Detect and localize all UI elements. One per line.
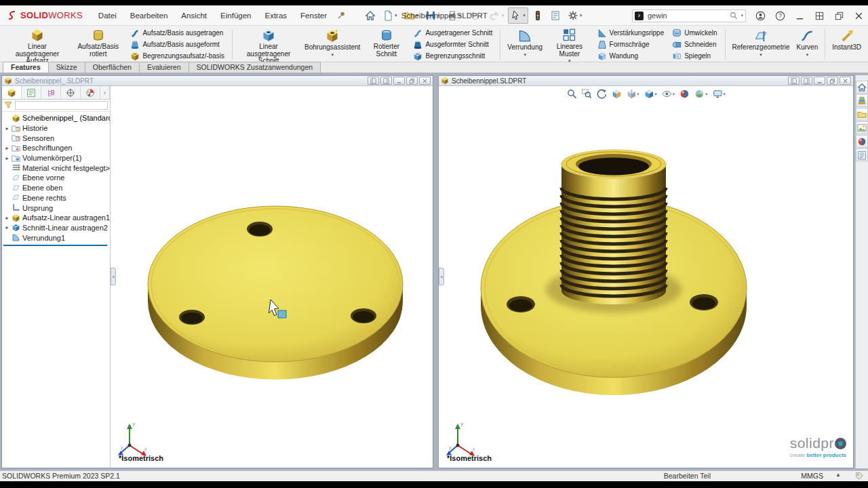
display-style-dropdown-arrow[interactable]: ▾	[655, 92, 657, 97]
hide-show-items-dropdown-arrow[interactable]: ▾	[673, 92, 675, 97]
rollback-bar[interactable]	[3, 245, 107, 246]
tree-item-ebene-oben[interactable]: Ebene oben	[3, 183, 110, 193]
redo-button[interactable]: ▾	[487, 7, 507, 24]
minimize-button[interactable]	[814, 77, 825, 85]
section-view-button[interactable]	[611, 89, 621, 99]
pane-right-button[interactable]	[380, 77, 392, 85]
tab-skizze[interactable]: Skizze	[48, 62, 85, 73]
minimize-button[interactable]	[393, 77, 405, 85]
pane-right-button[interactable]	[801, 77, 812, 85]
ribbon-button-verstarkungsrippe[interactable]: Verstärkungsrippe	[596, 28, 666, 39]
select-button[interactable]: ▾	[508, 7, 528, 24]
tree-item-material-nicht-festgelegt[interactable]: Material <nicht festgelegt>	[3, 163, 110, 173]
options-dropdown-arrow[interactable]: ▾	[580, 13, 583, 18]
ribbon-button-umwickeln[interactable]: Umwickeln	[671, 28, 718, 39]
taskpane-custom-properties-button[interactable]	[856, 148, 868, 161]
redo-dropdown-arrow[interactable]: ▾	[502, 13, 505, 18]
ribbon-button-aufsatz-basis-rotiert[interactable]: Aufsatz/Basis rotiert	[70, 27, 126, 62]
view-orientation-dropdown-arrow[interactable]: ▾	[637, 92, 639, 97]
close-button[interactable]	[854, 11, 864, 21]
view-orientation-button[interactable]: ▾	[626, 89, 639, 99]
pane-left-button[interactable]	[368, 77, 379, 85]
hide-show-items-button[interactable]: ▾	[662, 89, 675, 99]
tab-solidworks-zusatzanwendungen[interactable]: SOLIDWORKS Zusatzanwendungen	[189, 62, 321, 73]
ribbon-button-lineares-muster[interactable]: Lineares Muster▾	[546, 27, 593, 62]
ribbon-button-kurven[interactable]: Kurven▾	[793, 27, 822, 62]
dropdown-arrow[interactable]: ▾	[806, 52, 809, 58]
menu-item-ansicht[interactable]: Ansicht	[175, 9, 213, 22]
taskpane-home-button[interactable]	[856, 81, 868, 94]
tree-item-sensoren[interactable]: Sensoren	[3, 133, 110, 143]
fm-tab-propertymanager[interactable]	[22, 86, 41, 99]
apply-scene-dropdown-arrow[interactable]: ▾	[705, 92, 707, 97]
expander-icon[interactable]: ▸	[3, 224, 11, 230]
ribbon-button-instant3d[interactable]: Instant3D	[829, 27, 865, 62]
minimize-button[interactable]	[795, 11, 805, 21]
taskpane-view-palette-button[interactable]	[856, 121, 868, 134]
tree-filter[interactable]	[2, 100, 110, 112]
tree-item-ursprung[interactable]: Ursprung	[3, 203, 110, 213]
expander-icon[interactable]: ▸	[3, 215, 11, 221]
previous-view-button[interactable]	[596, 89, 606, 99]
fm-tab-displaymanager[interactable]	[81, 86, 100, 99]
options-button[interactable]: ▾	[565, 7, 585, 24]
left-model-viewport[interactable]: Y x z *Isometrisch	[111, 86, 433, 468]
featuremanager-collapse-handle[interactable]	[111, 268, 116, 285]
tree-item-scheibennippel-standard-standar[interactable]: Scheibennippel_ (Standard) <<Standar	[3, 113, 110, 123]
dropdown-arrow[interactable]: ▾	[760, 52, 762, 58]
ribbon-button-schneiden[interactable]: Schneiden	[671, 39, 718, 50]
ribbon-button-referenzgeometrie[interactable]: Referenzgeometrie▾	[729, 27, 793, 62]
tree-item-historie[interactable]: ▸Historie	[3, 123, 110, 134]
search-icon[interactable]	[730, 12, 738, 20]
ribbon-button-begrenzungsaufsatz-basis[interactable]: Begrenzungsaufsatz/-basis	[129, 51, 226, 62]
close-button[interactable]	[419, 77, 431, 85]
tab-features[interactable]: Features	[3, 62, 49, 73]
ribbon-button-spiegeln[interactable]: Spiegeln	[671, 51, 718, 62]
expander-icon[interactable]: ▸	[3, 145, 11, 151]
zoom-to-fit-button[interactable]	[566, 89, 576, 99]
view-settings-dropdown-arrow[interactable]: ▾	[723, 92, 725, 97]
expander-icon[interactable]: ▸	[3, 125, 11, 131]
taskpane-file-explorer-button[interactable]	[856, 108, 868, 121]
taskpane-appearances-button[interactable]	[856, 135, 868, 148]
ribbon-button-bohrungsassistent[interactable]: Bohrungsassistent▾	[301, 27, 363, 62]
ribbon-button-aufsatz-basis-ausgetragen[interactable]: Aufsatz/Basis ausgetragen	[129, 28, 226, 39]
taskpane-design-library-button[interactable]	[856, 94, 868, 107]
edit-appearance-button[interactable]	[679, 89, 690, 99]
search-dropdown-arrow[interactable]: ▾	[741, 13, 743, 18]
search-input[interactable]	[646, 11, 727, 20]
ribbon-button-verrundung[interactable]: Verrundung▾	[504, 27, 546, 62]
menu-item-bearbeiten[interactable]: Bearbeiten	[124, 9, 174, 22]
ribbon-button-ausgeformter-schnitt[interactable]: Ausgeformter Schnitt	[412, 39, 494, 50]
home-button[interactable]	[362, 7, 378, 24]
fm-tab-configurationmanager[interactable]	[41, 86, 61, 99]
new-document-dropdown-arrow[interactable]: ▾	[395, 13, 397, 18]
zoom-to-area-button[interactable]	[581, 89, 591, 99]
restore-button[interactable]	[406, 77, 418, 85]
tab-oberflachen[interactable]: Oberflächen	[85, 62, 140, 73]
help-button[interactable]: ?	[775, 11, 785, 21]
tree-item-volumenkorper-1[interactable]: ▸Volumenkörper(1)	[3, 153, 110, 163]
restore-button[interactable]	[834, 11, 844, 21]
display-style-button[interactable]: ▾	[644, 89, 657, 99]
left-window-titlebar[interactable]: Scheibennippel_.SLDPRT	[2, 76, 433, 86]
featuremanager-collapse-handle[interactable]	[439, 268, 444, 285]
ribbon-button-rotierter-schnitt[interactable]: Rotierter Schnitt	[363, 27, 409, 62]
menu-item-datei[interactable]: Datei	[92, 9, 123, 22]
new-document-button[interactable]: ▾	[380, 7, 400, 24]
ribbon-button-begrenzungsschnitt[interactable]: Begrenzungsschnitt	[412, 51, 494, 62]
ribbon-button-ausgetragener-schnitt[interactable]: Ausgetragener Schnitt	[412, 28, 494, 39]
view-settings-button[interactable]: ▾	[712, 89, 725, 99]
dropdown-arrow[interactable]: ▾	[524, 52, 526, 58]
tab-evaluieren[interactable]: Evaluieren	[139, 62, 189, 73]
status-units-arrow[interactable]: ▲	[835, 472, 841, 478]
tree-item-ebene-vorne[interactable]: Ebene vorne	[3, 173, 110, 183]
tree-item-aufsatz-linear-austragen1[interactable]: ▸Aufsatz-Linear austragen1	[3, 213, 110, 223]
rebuild-button[interactable]	[530, 7, 546, 24]
status-units[interactable]: MMGS	[801, 472, 823, 480]
fm-tab-dimxpertmanager[interactable]	[61, 86, 81, 99]
close-button[interactable]	[840, 77, 851, 85]
right-model-viewport[interactable]: Y x z ▾▾▾▾▾ *Isometrisch solidpr	[439, 86, 853, 468]
restore-button[interactable]	[827, 77, 838, 85]
menu-item-einfugen[interactable]: Einfügen	[214, 9, 257, 22]
